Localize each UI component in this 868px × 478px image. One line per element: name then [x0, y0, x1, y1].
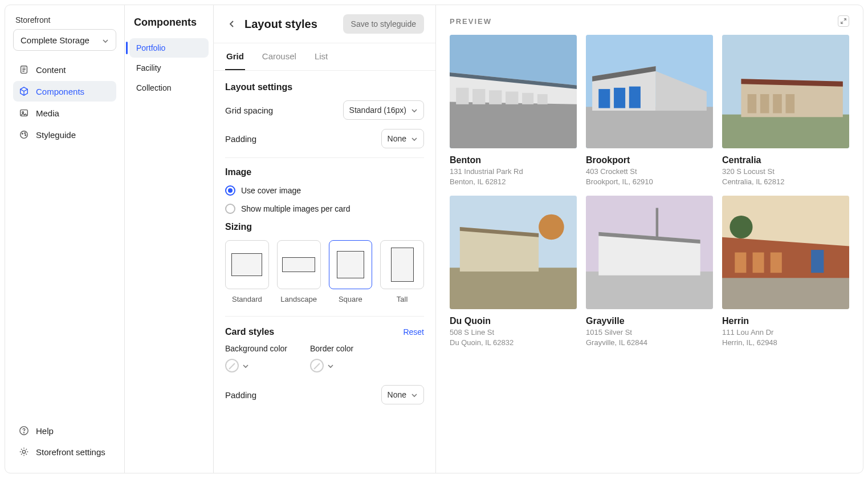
preview-card-title: Du Quoin — [450, 316, 577, 326]
radio-icon — [225, 185, 235, 196]
tab-carousel[interactable]: Carousel — [261, 43, 298, 70]
size-tall-label: Tall — [380, 295, 424, 303]
radio-multiple-label: Show multiple images per card — [241, 204, 350, 213]
site-selector[interactable]: Complete Storage — [13, 29, 116, 51]
nav-help-label: Help — [36, 426, 54, 436]
preview-card-title: Brookport — [586, 155, 713, 165]
layout-settings-heading: Layout settings — [225, 82, 424, 92]
chevron-down-icon — [411, 107, 418, 114]
preview-card[interactable]: Brookport 403 Crockett StBrookport, IL, … — [586, 35, 713, 187]
border-color-picker[interactable] — [310, 359, 353, 372]
chevron-down-icon — [242, 362, 249, 369]
radio-icon — [225, 204, 235, 214]
preview-card-image — [586, 196, 713, 309]
bg-color-picker[interactable] — [225, 359, 287, 372]
size-option-standard[interactable]: Standard — [225, 240, 269, 303]
svg-point-5 — [25, 132, 26, 133]
cube-icon — [19, 86, 29, 96]
card-padding-value: None — [388, 390, 406, 399]
preview-card-image — [586, 35, 713, 148]
size-landscape-label: Landscape — [277, 295, 321, 303]
nav-media[interactable]: Media — [13, 103, 116, 123]
grid-spacing-value: Standard (16px) — [349, 106, 406, 115]
chevron-down-icon — [411, 391, 418, 398]
preview-card-title: Benton — [450, 155, 577, 165]
svg-point-8 — [23, 432, 24, 433]
nav-content-label: Content — [36, 65, 66, 75]
preview-card-address: 403 Crockett StBrookport, IL, 62910 — [586, 167, 713, 187]
layout-padding-label: Padding — [225, 134, 256, 144]
editor-panel: Layout styles Save to styleguide Grid Ca… — [214, 5, 436, 473]
components-list-panel: Components Portfolio Facility Collection — [125, 5, 214, 473]
grid-spacing-select[interactable]: Standard (16px) — [343, 100, 424, 120]
chevron-down-icon — [327, 362, 334, 369]
grid-spacing-label: Grid spacing — [225, 106, 273, 115]
site-selector-value: Complete Storage — [21, 35, 89, 45]
document-icon — [19, 64, 29, 75]
save-to-styleguide-button[interactable]: Save to styleguide — [343, 14, 424, 34]
help-icon — [19, 426, 29, 436]
expand-preview-button[interactable] — [838, 15, 849, 27]
layout-padding-value: None — [388, 134, 406, 143]
none-swatch-icon — [310, 359, 324, 372]
size-option-landscape[interactable]: Landscape — [277, 240, 321, 303]
preview-card[interactable]: Centralia 320 S Locust StCentralia, IL 6… — [722, 35, 849, 187]
card-padding-select[interactable]: None — [381, 385, 424, 404]
nav-help[interactable]: Help — [13, 420, 116, 441]
preview-card-address: 320 S Locust StCentralia, IL 62812 — [722, 167, 849, 187]
preview-card-address: 508 S Line StDu Quoin, IL 62832 — [450, 327, 577, 347]
chevron-down-icon — [102, 37, 109, 43]
preview-card-title: Grayville — [586, 316, 713, 326]
nav-styleguide[interactable]: Styleguide — [13, 124, 116, 145]
card-padding-label: Padding — [225, 390, 256, 400]
bg-color-label: Background color — [225, 344, 287, 353]
component-item-collection[interactable]: Collection — [129, 78, 209, 98]
preview-card[interactable]: Herrin 111 Lou Ann DrHerrin, IL, 62948 — [722, 196, 849, 347]
size-square-label: Square — [329, 295, 373, 303]
nav-content[interactable]: Content — [13, 59, 116, 80]
radio-use-cover-image[interactable]: Use cover image — [225, 185, 424, 196]
tab-list[interactable]: List — [313, 43, 329, 70]
preview-card-address: 131 Industrial Park RdBenton, IL 62812 — [450, 167, 577, 187]
preview-card-title: Centralia — [722, 155, 849, 165]
back-button[interactable] — [225, 17, 239, 31]
nav-styleguide-label: Styleguide — [36, 130, 76, 140]
preview-card-image — [450, 35, 577, 148]
nav-media-label: Media — [36, 108, 59, 118]
editor-title: Layout styles — [244, 18, 337, 31]
nav-settings[interactable]: Storefront settings — [13, 441, 116, 462]
tab-grid[interactable]: Grid — [225, 43, 245, 70]
gear-icon — [19, 447, 29, 457]
nav-settings-label: Storefront settings — [36, 447, 105, 457]
svg-point-9 — [22, 450, 25, 453]
preview-card-image — [722, 35, 849, 148]
component-item-portfolio[interactable]: Portfolio — [129, 38, 209, 58]
layout-padding-select[interactable]: None — [381, 129, 424, 148]
preview-card[interactable]: Du Quoin 508 S Line StDu Quoin, IL 62832 — [450, 196, 577, 347]
layout-tabs: Grid Carousel List — [214, 43, 435, 71]
preview-title: PREVIEW — [450, 17, 492, 26]
preview-card[interactable]: Grayville 1015 Silver StGrayville, IL 62… — [586, 196, 713, 347]
preview-card[interactable]: Benton 131 Industrial Park RdBenton, IL … — [450, 35, 577, 187]
nav-components-label: Components — [36, 87, 84, 96]
svg-point-4 — [22, 133, 23, 134]
radio-multiple-images[interactable]: Show multiple images per card — [225, 204, 424, 214]
reset-link[interactable]: Reset — [403, 327, 424, 337]
border-color-label: Border color — [310, 344, 353, 353]
preview-card-address: 1015 Silver StGrayville, IL 62844 — [586, 327, 713, 347]
chevron-down-icon — [411, 135, 418, 142]
size-option-tall[interactable]: Tall — [380, 240, 424, 303]
radio-cover-label: Use cover image — [241, 186, 301, 195]
brand-label: Storefront — [11, 15, 119, 29]
size-option-square[interactable]: Square — [329, 240, 373, 303]
svg-point-3 — [21, 131, 28, 139]
nav-components[interactable]: Components — [13, 81, 116, 102]
image-heading: Image — [225, 167, 424, 177]
size-standard-label: Standard — [225, 295, 269, 303]
component-item-facility[interactable]: Facility — [129, 58, 209, 78]
sidebar-left: Storefront Complete Storage Content Comp… — [5, 5, 125, 473]
sizing-heading: Sizing — [225, 222, 424, 232]
preview-card-image — [722, 196, 849, 309]
preview-card-image — [450, 196, 577, 309]
palette-icon — [19, 129, 29, 140]
